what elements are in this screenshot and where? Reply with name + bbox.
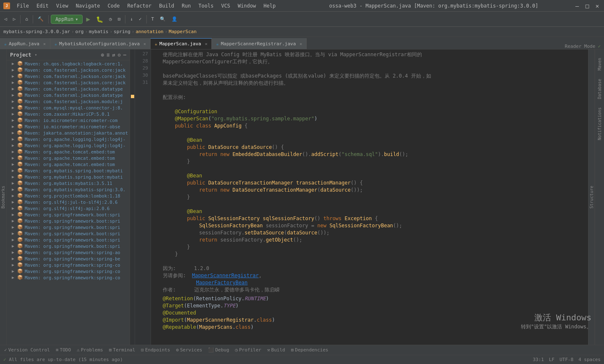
build-button[interactable]: 🔨 — [35, 15, 46, 23]
menu-help[interactable]: Help — [260, 2, 279, 10]
menu-file[interactable]: File — [13, 2, 32, 10]
tree-item-3[interactable]: ▶ 📦 Maven: com.fasterxml.jackson.core:ja… — [7, 79, 130, 86]
tab-mapperscanner[interactable]: ☕ MapperScannerRegistrar.java ✕ — [212, 38, 307, 49]
tree-item-23[interactable]: ▶ 📦 Maven: org.slf4j:slf4j-api:2.0.6 — [7, 205, 130, 211]
maximize-button[interactable]: □ — [584, 3, 591, 9]
services-button[interactable]: ⚙ Services — [174, 346, 205, 354]
sidebar-add-icon[interactable]: ⊕ — [101, 52, 104, 58]
tree-item-11[interactable]: ▶ 📦 Maven: jakarta.annotation:jakarta.an… — [7, 130, 130, 136]
profile-button[interactable]: ⊡ — [115, 15, 123, 23]
tree-item-9[interactable]: ▶ 📦 Maven: io.micrometer:micrometer-com — [7, 117, 130, 123]
maven-label[interactable]: Maven — [597, 58, 602, 70]
settings-button[interactable]: 👤 — [169, 15, 180, 23]
tree-item-25[interactable]: ▶ 📦 Maven: org.springframework.boot:spri — [7, 218, 130, 224]
tree-item-24[interactable]: ▶ 📦 Maven: org.springframework.boot:spri — [7, 211, 130, 218]
vcs-update-button[interactable]: ↓ — [128, 15, 135, 23]
tree-item-7[interactable]: ▶ 📦 Maven: com.mysql:mysql-connector-j:8… — [7, 104, 130, 111]
close-tab-mapperscan[interactable]: ✕ — [205, 42, 207, 46]
menu-run[interactable]: Run — [178, 2, 194, 10]
tree-item-21[interactable]: ▶ 📦 Maven: org.projectlombok:lombok:1.18 — [7, 192, 130, 199]
minimize-button[interactable]: — — [574, 3, 581, 9]
problems-button[interactable]: ⚠ Problems — [74, 346, 106, 354]
sidebar-sync-icon[interactable]: ⇄ — [112, 52, 115, 58]
tree-item-0[interactable]: ▶ 📦 Maven: ch.qos.logback:logback-core:1… — [7, 60, 130, 67]
nav-spring[interactable]: spring — [114, 29, 130, 34]
run-button[interactable]: ▶ — [83, 14, 93, 24]
tree-item-6[interactable]: ▶ 📦 Maven: com.fasterxml.jackson.module:… — [7, 98, 130, 104]
menu-window[interactable]: Window — [234, 2, 259, 10]
tree-item-2[interactable]: ▶ 📦 Maven: com.fasterxml.jackson.core:ja… — [7, 73, 130, 79]
coverage-button[interactable]: ◷ — [107, 15, 115, 23]
nav-mybatis[interactable]: mybatis — [89, 29, 108, 34]
tree-item-10[interactable]: ▶ 📦 Maven: io.micrometer:micrometer-obse — [7, 123, 130, 130]
sidebar-collapse-icon[interactable]: — — [123, 52, 126, 58]
notifications-label[interactable]: Notifications — [597, 107, 602, 140]
home-button[interactable]: ⌂ — [23, 15, 31, 23]
forward-button[interactable]: ▷ — [10, 15, 18, 23]
tree-item-33[interactable]: ▶ 📦 Maven: org.springframework:spring-co — [7, 268, 130, 274]
tab-apprun[interactable]: ☕ AppRun.java ✕ — [0, 38, 50, 49]
tree-item-31[interactable]: ▶ 📦 Maven: org.springframework:spring-be — [7, 255, 130, 262]
tree-item-14[interactable]: ▶ 📦 Maven: org.apache.tomcat.embed:tom — [7, 148, 130, 155]
nav-annotation[interactable]: annotation — [135, 29, 163, 34]
build-output-button[interactable]: ⚒ Build — [265, 346, 288, 354]
tree-item-27[interactable]: ▶ 📦 Maven: org.springframework.boot:spri — [7, 230, 130, 237]
tree-item-15[interactable]: ▶ 📦 Maven: org.apache.tomcat.embed:tom — [7, 155, 130, 161]
close-tab-apprun[interactable]: ✕ — [43, 42, 46, 46]
terminal-button[interactable]: ⊞ Terminal — [107, 346, 138, 354]
nav-org[interactable]: org — [76, 29, 84, 34]
tree-item-4[interactable]: ▶ 📦 Maven: com.fasterxml.jackson.datatyp… — [7, 86, 130, 92]
menu-view[interactable]: View — [53, 2, 72, 10]
tree-item-16[interactable]: ▶ 📦 Maven: org.apache.tomcat.embed:tom — [7, 161, 130, 167]
structure-panel[interactable]: Structure — [588, 49, 595, 345]
nav-project[interactable]: mybatis-spring-3.0.0.jar — [3, 29, 70, 34]
sidebar-dropdown-icon[interactable]: ▾ — [35, 52, 37, 57]
menu-vcs[interactable]: VCS — [218, 2, 234, 10]
close-button[interactable]: ✕ — [594, 3, 601, 9]
tree-item-20[interactable]: ▶ 📦 Maven: org.mybatis:mybatis-spring:3.… — [7, 186, 130, 192]
menu-tools[interactable]: Tools — [195, 2, 217, 10]
tree-item-32[interactable]: ▶ 📦 Maven: org.springframework:spring-co — [7, 262, 130, 268]
debug-button[interactable]: 🐛 — [94, 15, 106, 24]
tree-item-12[interactable]: ▶ 📦 Maven: org.apache.logging.log4j:log4… — [7, 136, 130, 142]
tree-item-19[interactable]: ▶ 📦 Maven: org.mybatis:mybatis:3.5.11 — [7, 180, 130, 186]
code-editor[interactable]: 使用此注解在使用 Java Config 时注册 MyBatis 映射器接口。当… — [151, 49, 588, 345]
menu-code[interactable]: Code — [104, 2, 123, 10]
tree-item-8[interactable]: ▶ 📦 Maven: com.zaxxer:HikariCP:5.0.1 — [7, 111, 130, 117]
sidebar-list-icon[interactable]: ≡ — [107, 52, 109, 58]
tree-item-29[interactable]: ▶ 📦 Maven: org.springframework.boot:spri — [7, 243, 130, 249]
debug-button[interactable]: ⬛ Debug — [206, 346, 232, 354]
close-tab-mybatis[interactable]: ✕ — [143, 42, 146, 46]
tree-item-13[interactable]: ▶ 📦 Maven: org.apache.logging.log4j:log4… — [7, 142, 130, 148]
translate-button[interactable]: T — [149, 15, 157, 23]
menu-edit[interactable]: Edit — [33, 2, 52, 10]
search-button[interactable]: 🔍 — [157, 15, 168, 23]
run-config-selector[interactable]: AppRun ▾ — [51, 15, 83, 24]
tree-item-22[interactable]: ▶ 📦 Maven: org.slf4j:jul-to-slf4j:2.0.6 — [7, 199, 130, 205]
todo-button[interactable]: ≡ TODO — [53, 346, 73, 354]
tree-item-18[interactable]: ▶ 📦 Maven: org.mybatis.spring.boot:mybat… — [7, 174, 130, 180]
tree-item-26[interactable]: ▶ 📦 Maven: org.springframework.boot:spri — [7, 224, 130, 230]
bookmarks-panel[interactable]: Bookmarks — [0, 49, 7, 345]
tree-item-17[interactable]: ▶ 📦 Maven: org.mybatis.spring.boot:mybat… — [7, 167, 130, 174]
nav-class[interactable]: MapperScan — [169, 29, 196, 34]
menu-navigate[interactable]: Navigate — [73, 2, 104, 10]
menu-refactor[interactable]: Refactor — [124, 2, 155, 10]
tab-mapperscan[interactable]: ☕ MapperScan.java ✕ — [151, 38, 212, 49]
tree-item-28[interactable]: ▶ 📦 Maven: org.springframework.boot:spri — [7, 237, 130, 243]
back-button[interactable]: ◁ — [2, 15, 10, 23]
endpoints-button[interactable]: ⊡ Endpoints — [138, 346, 172, 354]
sidebar-settings-icon[interactable]: ⚙ — [118, 52, 121, 58]
database-label[interactable]: Database — [597, 79, 602, 99]
tree-item-34[interactable]: ▶ 📦 Maven: org.springframework:spring-co — [7, 274, 130, 281]
tab-mybatis[interactable]: ☕ MybatisAutoConfiguration.java ✕ — [50, 38, 151, 49]
tree-item-1[interactable]: ▶ 📦 Maven: com.fasterxml.jackson.core:ja… — [7, 67, 130, 73]
version-control-button[interactable]: ✓ Version Control — [2, 346, 52, 354]
profiler-button[interactable]: ◷ Profiler — [232, 346, 264, 354]
dependencies-button[interactable]: ⊞ Dependencies — [289, 346, 331, 354]
vcs-commit-button[interactable]: ✓ — [136, 15, 144, 23]
tree-item-5[interactable]: ▶ 📦 Maven: com.fasterxml.jackson.datatyp… — [7, 92, 130, 98]
close-tab-mapperscanner[interactable]: ✕ — [299, 42, 302, 46]
menu-build[interactable]: Build — [156, 2, 177, 10]
tree-item-30[interactable]: ▶ 📦 Maven: org.springframework:spring-ao — [7, 249, 130, 255]
